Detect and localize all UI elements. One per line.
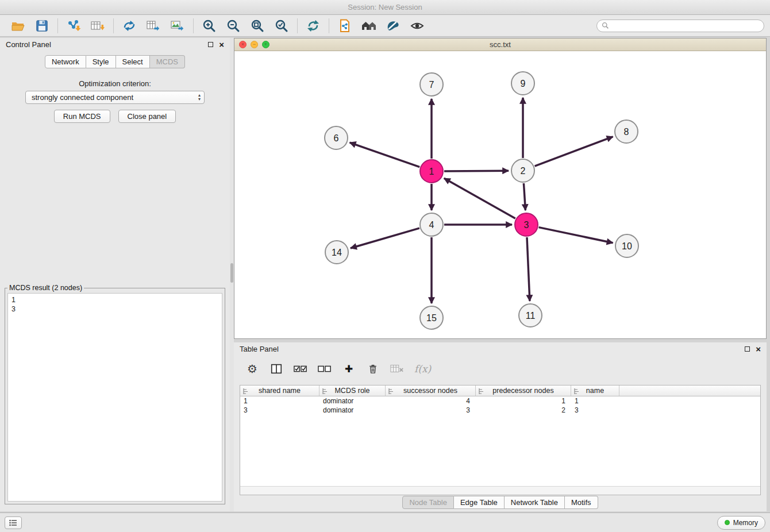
graph-node-4[interactable]: 4 (420, 213, 443, 236)
graph-node-8[interactable]: 8 (615, 120, 638, 143)
search-box[interactable] (596, 20, 764, 32)
column-header-shared-name[interactable]: shared name (240, 385, 319, 396)
import-network-button[interactable] (61, 16, 86, 36)
control-panel-header: Control Panel × (0, 38, 230, 51)
graph-node-9[interactable]: 9 (511, 72, 534, 95)
float-table-panel-icon[interactable] (745, 346, 750, 352)
zoom-fit-button[interactable] (245, 16, 270, 36)
memory-label: Memory (733, 519, 758, 527)
clipboard-network-button[interactable] (333, 16, 357, 36)
table-horizontal-scrollbar[interactable] (240, 486, 760, 495)
column-sort-icon (388, 388, 394, 395)
column-header-mcds-role[interactable]: MCDS role (319, 385, 386, 396)
tab-node-table[interactable]: Node Table (402, 496, 454, 509)
eye-icon (410, 18, 425, 33)
window-close-button[interactable]: × (239, 41, 247, 48)
zoom-in-button[interactable] (197, 16, 221, 36)
column-header-label: name (586, 387, 604, 395)
graph-edge-2-8[interactable] (535, 137, 613, 166)
criterion-dropdown[interactable]: strongly connected component ▴▾ (25, 91, 205, 104)
delete-column-button[interactable] (366, 361, 380, 376)
column-sort-icon (478, 388, 484, 395)
delete-table-icon (390, 364, 404, 374)
table-row[interactable]: 1dominator411 (240, 396, 760, 406)
tab-select[interactable]: Select (116, 55, 150, 68)
scrollbar-handle[interactable] (230, 263, 233, 283)
delete-table-button[interactable] (390, 361, 404, 376)
close-panel-icon[interactable]: × (219, 42, 224, 47)
close-panel-button[interactable]: Close panel (118, 110, 176, 123)
home-network-button[interactable] (357, 16, 381, 36)
svg-text:6: 6 (334, 133, 339, 143)
tab-mcds[interactable]: MCDS (150, 55, 185, 68)
graph-node-11[interactable]: 11 (519, 304, 542, 327)
graph-edge-3-10[interactable] (539, 228, 613, 243)
search-input[interactable] (612, 22, 759, 30)
table-panel-tabs: Node TableEdge TableNetwork TableMotifs (234, 496, 767, 509)
window-minimize-button[interactable]: − (251, 41, 258, 48)
graph-edge-1-2[interactable] (444, 171, 509, 171)
select-all-rows-button[interactable] (294, 361, 307, 376)
add-column-button[interactable]: ✚ (342, 361, 356, 376)
tab-network-table[interactable]: Network Table (505, 496, 565, 509)
save-session-button[interactable] (30, 16, 54, 36)
tab-network[interactable]: Network (45, 55, 86, 68)
table-cell: 4 (386, 396, 476, 406)
network-share-icon (122, 18, 137, 33)
table-row[interactable]: 3dominator323 (240, 406, 760, 415)
graph-node-1[interactable]: 1 (420, 160, 443, 183)
network-window-title: scc.txt (490, 40, 511, 49)
titlebar: Session: New Session (0, 0, 770, 15)
graph-node-3[interactable]: 3 (515, 213, 538, 236)
graph-edge-4-14[interactable] (351, 228, 419, 248)
column-header-name[interactable]: name (571, 385, 619, 396)
window-title: Session: New Session (348, 3, 422, 11)
column-visibility-button[interactable] (270, 361, 283, 376)
graph-edge-3-11[interactable] (527, 237, 530, 301)
column-header-predecessor-nodes[interactable]: predecessor nodes (476, 385, 571, 396)
graph-node-6[interactable]: 6 (325, 126, 348, 149)
fx-icon: f(x) (414, 363, 431, 375)
graph-edge-3-1[interactable] (444, 178, 515, 218)
refresh-layout-button[interactable] (301, 16, 325, 36)
network-view-window: × − + scc.txt 7968124314101511 (234, 38, 767, 339)
open-folder-button[interactable] (6, 16, 30, 36)
table-settings-button[interactable]: ⚙ (245, 361, 259, 376)
graph-edge-2-3[interactable] (523, 183, 525, 210)
graph-node-10[interactable]: 10 (615, 234, 638, 257)
show-hide-button[interactable] (405, 16, 429, 36)
mcds-result-title: MCDS result (2 nodes) (7, 284, 84, 292)
task-history-button[interactable] (5, 516, 22, 529)
memory-button[interactable]: Memory (717, 516, 765, 530)
tab-style[interactable]: Style (86, 55, 116, 68)
control-panel-scrollbar[interactable] (230, 38, 234, 511)
table-panel-header: Table Panel × (234, 342, 767, 355)
function-builder-button[interactable]: f(x) (414, 361, 431, 376)
graph-node-7[interactable]: 7 (420, 73, 443, 96)
dropdown-stepper-icon: ▴▾ (198, 93, 201, 101)
network-canvas[interactable]: 7968124314101511 (234, 51, 766, 338)
column-header-successor-nodes[interactable]: successor nodes (386, 385, 476, 396)
graph-node-14[interactable]: 14 (325, 241, 348, 264)
export-table-button[interactable] (141, 16, 165, 36)
columns-icon (270, 363, 283, 375)
deselect-all-rows-button[interactable] (318, 361, 332, 376)
tab-motifs[interactable]: Motifs (565, 496, 598, 509)
table-cell: dominator (319, 406, 386, 415)
window-zoom-button[interactable]: + (262, 41, 270, 48)
graph-node-15[interactable]: 15 (420, 306, 443, 329)
home-network-icon (361, 18, 377, 33)
zoom-selected-button[interactable] (270, 16, 294, 36)
graph-edge-1-6[interactable] (350, 142, 420, 167)
close-table-panel-icon[interactable]: × (756, 346, 761, 352)
network-share-button[interactable] (117, 16, 141, 36)
export-image-button[interactable] (165, 16, 190, 36)
import-table-button[interactable] (86, 16, 110, 36)
graph-node-2[interactable]: 2 (511, 159, 534, 182)
mcds-result-line: 1 (11, 295, 218, 304)
tab-edge-table[interactable]: Edge Table (454, 496, 505, 509)
zoom-out-button[interactable] (221, 16, 245, 36)
float-panel-icon[interactable] (208, 42, 213, 47)
run-mcds-button[interactable]: Run MCDS (54, 110, 110, 123)
apply-style-button[interactable] (381, 16, 405, 36)
